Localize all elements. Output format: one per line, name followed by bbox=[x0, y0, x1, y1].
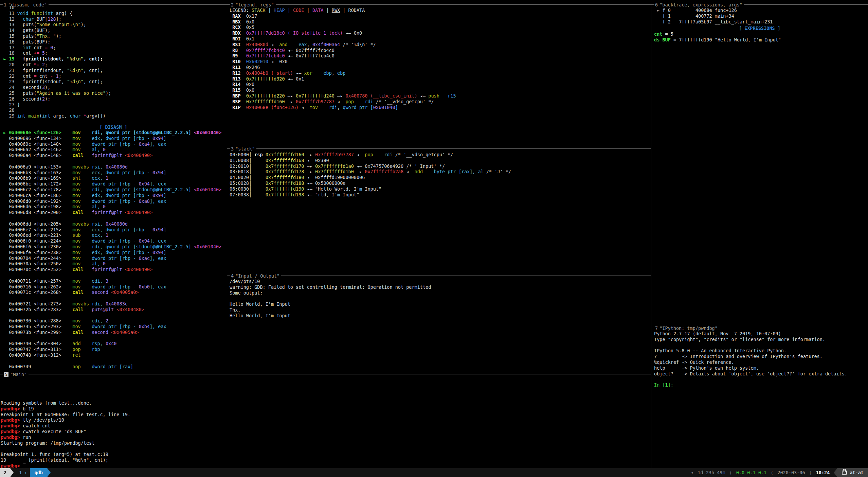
status-right: ↑ 1d 23h 49m ⟨ 0.0 0.1 0.1 ⟨ 2020-03-06 … bbox=[691, 468, 868, 477]
status-clock: 10:24 bbox=[816, 470, 830, 475]
terminal-row: Python 2.7.17 (default, Nov 7 2019, 10:0… bbox=[654, 331, 847, 337]
terminal-row: 0x400721 <func+273> movabs rdi, 0x40083c bbox=[1, 301, 221, 307]
pane-number: 3 bbox=[231, 146, 234, 152]
ipython-console[interactable]: Python 2.7.17 (default, Nov 7 2019, 10:0… bbox=[654, 331, 847, 388]
border-line bbox=[651, 328, 654, 328]
registers-pane[interactable]: LEGEND: STACK | HEAP | CODE | DATA | RWX… bbox=[230, 7, 456, 110]
terminal-row: 19 fprintf(stdout, "%d\n", cnt); bbox=[1, 457, 130, 463]
terminal-row: 11 void func(int arg) { bbox=[1, 11, 111, 16]
terminal-row: R10 0x602010 ◂— 0x0 bbox=[230, 59, 456, 65]
terminal-row: 14 gets(BUF); bbox=[1, 28, 111, 33]
terminal-row: pwndbg> run bbox=[1, 435, 130, 440]
tmux-status-bar: 2 1 › gdb ↑ 1d 23h 49m ⟨ 0.0 0.1 0.1 ⟨ 2… bbox=[0, 468, 868, 477]
stack-pane[interactable]: 00:0000│ rsp 0x7fffffffd160 —▸ 0x7ffff7b… bbox=[230, 152, 511, 197]
terminal-row: 0x400711 <func+257> mov edi, 3 bbox=[1, 278, 221, 284]
terminal-row: 05:0028│ 0x7fffffffd188 ◂— 0x50000000e bbox=[230, 180, 511, 186]
pane-border-title-backtrace[interactable]: 6"backtrace, expressions, args" bbox=[651, 2, 868, 7]
hostname-segment: at-at bbox=[837, 468, 868, 477]
pane-border-title-legend-regs[interactable]: 2"legend, regs" bbox=[227, 2, 651, 7]
terminal-row: 15 puts("Thx. "); bbox=[1, 33, 111, 39]
active-window-tab[interactable]: gdb bbox=[30, 468, 47, 477]
terminal-row: f 2 7ffff7a05b97 __libc_start_main+231 bbox=[654, 19, 773, 25]
terminal-row: ► 19 fprintf(stdout, "%d\n", cnt); bbox=[1, 56, 111, 62]
pane-title: "legend, regs" bbox=[235, 2, 274, 7]
disassembly-listing[interactable]: ► 0x40068e <func+126> mov rdi, qword ptr… bbox=[1, 130, 221, 369]
terminal-row: Hello World, I'm Input bbox=[230, 313, 431, 319]
terminal-row: 0x4006a2 <func+146> mov al, 0 bbox=[1, 147, 221, 153]
terminal-row: 0x40069c <func+140> mov dword ptr [rbp -… bbox=[1, 141, 221, 147]
border-line bbox=[227, 4, 230, 5]
pane-border-title-ipython[interactable]: 7"IPython: tmp/pwndbg" bbox=[651, 325, 868, 331]
terminal-row: 0x400730 <func+288> mov edi, 2 bbox=[1, 318, 221, 324]
terminal-row bbox=[1, 313, 221, 318]
hostname: at-at bbox=[850, 470, 864, 475]
terminal-row: ds BUF = 7fffffffd190 "Hello World, I'm … bbox=[654, 37, 781, 43]
source-code-listing[interactable]: 10 11 void func(int arg) { 12 char BUF[1… bbox=[1, 5, 111, 119]
pane-number: 2 bbox=[231, 2, 234, 7]
terminal-row: R8 0x7ffff7fcb4c0 ◂— 0x7ffff7fcb4c0 bbox=[230, 48, 456, 53]
terminal-row: 0x4006f0 <func+224> mov dword ptr [rbp -… bbox=[1, 238, 221, 244]
uptime-arrow-icon: ↑ bbox=[691, 470, 693, 475]
terminal-row: Thx. bbox=[230, 307, 431, 313]
border-line bbox=[29, 374, 651, 374]
terminal-row: 16 puts(BUF); bbox=[1, 39, 111, 45]
terminal-row: Some output: bbox=[230, 290, 431, 296]
terminal-row: R12 0x4004b0 (_start) ◂— xor ebp, ebp bbox=[230, 70, 456, 76]
terminal-row: RBX 0x0 bbox=[230, 19, 456, 25]
program-io-pane[interactable]: /dev/pts/10warning: GDB: Failed to set c… bbox=[230, 279, 431, 319]
terminal-row: 0x4006a4 <func+148> call fprintf@plt <0x… bbox=[1, 153, 221, 158]
border-line bbox=[744, 4, 868, 5]
terminal-row: 06:0030│ 0x7fffffffd190 ◂— "Hello World,… bbox=[230, 186, 511, 192]
terminal-row: Hello World, I'm Input bbox=[230, 301, 431, 307]
terminal-row bbox=[1, 358, 221, 364]
terminal-row: Breakpoint 1, func (arg=5) at test.c:19 bbox=[1, 452, 130, 457]
terminal-row: 0x400704 <func+244> mov dword ptr [rbp -… bbox=[1, 255, 221, 261]
terminal-row: 07:0038│ 0x7fffffffd198 ◂— "rld, I'm Inp… bbox=[230, 192, 511, 198]
uptime-text: 1d 23h 49m bbox=[698, 470, 725, 475]
terminal-row: %quickref -> Quick reference. bbox=[654, 359, 847, 365]
terminal-row: Type "copyright", "credits" or "license"… bbox=[654, 337, 847, 342]
terminal-row: 0x400740 <func+304> add rsp, 0xc0 bbox=[1, 341, 221, 347]
terminal-row: In [1]: bbox=[654, 382, 847, 388]
disasm-section-label: [ DISASM ] bbox=[98, 124, 128, 130]
terminal-row: 0x400716 <func+262> mov dword ptr [rbp -… bbox=[1, 284, 221, 290]
terminal-row: RDI 0x1 bbox=[230, 36, 456, 42]
chevron-icon: › bbox=[24, 470, 27, 475]
expressions-list[interactable]: cnt = 5ds BUF = 7fffffffd190 "Hello Worl… bbox=[654, 31, 781, 43]
terminal-row: 22 cnt = cnt - 1; bbox=[1, 73, 111, 79]
border-line bbox=[276, 4, 651, 5]
pane-border-title-input-output[interactable]: 4"Input / Output" bbox=[227, 273, 651, 279]
terminal-row: ► f 0 40068e func+126 bbox=[654, 7, 773, 13]
window-index[interactable]: 1 bbox=[19, 470, 22, 475]
terminal-row: 04:0020│ 0x7fffffffd180 ◂— 0xffffd190000… bbox=[230, 175, 511, 180]
terminal-row: 0x4006bc <func+172> mov dword ptr [rbp -… bbox=[1, 181, 221, 187]
terminal-row: pwndbg> cwatch cnt bbox=[1, 423, 130, 429]
terminal-row: 18 cnt += 5; bbox=[1, 50, 111, 56]
terminal-row bbox=[1, 335, 221, 341]
border-line bbox=[227, 276, 230, 276]
terminal-row: 0x400747 <func+311> pop rbp bbox=[1, 347, 221, 352]
terminal-row: 0x400735 <func+293> mov dword ptr [rbp -… bbox=[1, 324, 221, 330]
terminal-row: 13 puts("Some output:\n"); bbox=[1, 22, 111, 28]
pane-border-vertical[interactable] bbox=[227, 4, 227, 374]
terminal-row: f 1 400772 main+34 bbox=[654, 13, 773, 19]
backtrace-list[interactable]: ► f 0 40068e func+126 f 1 400772 main+34… bbox=[654, 7, 773, 24]
disasm-section-divider: [ DISASM ] bbox=[0, 124, 227, 130]
terminal-row: 20 cnt *= 2; bbox=[1, 62, 111, 68]
border-line bbox=[719, 328, 868, 328]
terminal-row: 0x40073b <func+299> call second <0x4005a… bbox=[1, 330, 221, 335]
terminal-row: 17 int cnt = 0; bbox=[1, 45, 111, 51]
terminal-row: RDX 0x7ffff7dd18c0 (_IO_stdfile_1_lock) … bbox=[230, 30, 456, 36]
border-line bbox=[0, 374, 3, 374]
pane-border-title-stack[interactable]: 3"stack" bbox=[227, 146, 651, 152]
terminal-row: 0x4006d6 <func+198> mov al, 0 bbox=[1, 204, 221, 210]
terminal-row: 29 int main(int argc, char *argv[]) bbox=[1, 113, 111, 119]
session-name-tab[interactable]: 2 bbox=[0, 468, 10, 477]
lock-icon bbox=[842, 471, 847, 475]
powerline-arrow-icon bbox=[10, 468, 14, 477]
pane-border-title-main[interactable]: 5"Main" bbox=[0, 371, 651, 377]
terminal-row: 0x4006f6 <func+230> mov rdi, qword ptr [… bbox=[1, 244, 221, 250]
terminal-row: 27 } bbox=[1, 102, 111, 108]
pane-border-vertical[interactable] bbox=[651, 4, 651, 468]
gdb-console[interactable]: Reading symbols from test...done.pwndbg>… bbox=[1, 400, 130, 469]
